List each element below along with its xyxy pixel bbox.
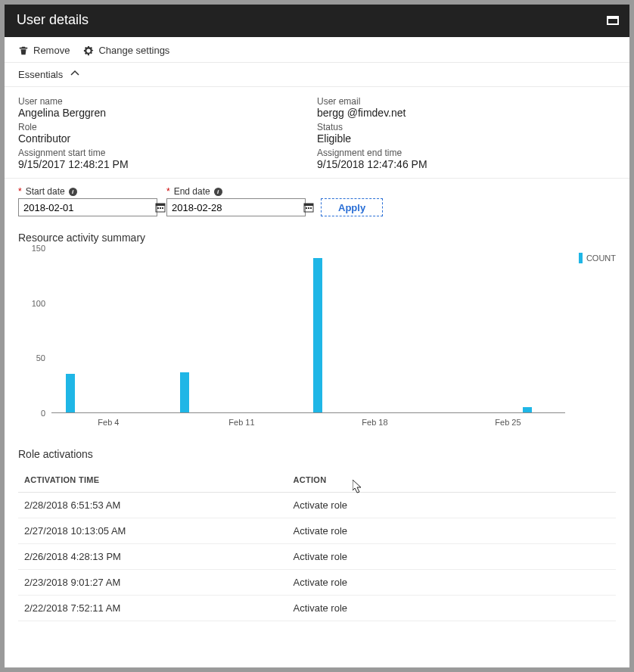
calendar-icon[interactable] bbox=[303, 202, 314, 213]
date-filter-row: * Start date i * End date i bbox=[5, 179, 629, 219]
chart-title: Resource activity summary bbox=[18, 232, 616, 244]
cell-action: Activate role bbox=[287, 493, 617, 518]
gear-icon bbox=[83, 45, 94, 56]
essentials-right: User email bergg @fimdev.net Status Elig… bbox=[317, 93, 616, 170]
svg-rect-6 bbox=[304, 204, 313, 206]
info-icon[interactable]: i bbox=[69, 188, 77, 196]
x-tick-label: Feb 4 bbox=[98, 418, 119, 427]
settings-label: Change settings bbox=[98, 45, 169, 56]
cell-activation-time: 2/23/2018 9:01:27 AM bbox=[18, 570, 287, 596]
page-title: User details bbox=[17, 12, 89, 28]
chevron-up-icon bbox=[70, 69, 79, 80]
username-value: Angelina Berggren bbox=[18, 107, 317, 119]
username-label: User name bbox=[18, 96, 317, 107]
cell-activation-time: 2/22/2018 7:52:11 AM bbox=[18, 596, 287, 621]
cell-activation-time: 2/28/2018 6:51:53 AM bbox=[18, 493, 287, 518]
email-label: User email bbox=[317, 96, 616, 107]
essentials-toggle[interactable]: Essentials bbox=[5, 63, 629, 87]
chart-bar[interactable] bbox=[180, 372, 189, 412]
cell-activation-time: 2/26/2018 4:28:13 PM bbox=[18, 544, 287, 570]
end-time-value: 9/15/2018 12:47:46 PM bbox=[317, 158, 616, 170]
role-value: Contributor bbox=[18, 132, 317, 145]
remove-button[interactable]: Remove bbox=[18, 45, 70, 56]
cell-activation-time: 2/27/2018 10:13:05 AM bbox=[18, 518, 287, 544]
svg-rect-3 bbox=[160, 207, 161, 209]
x-tick-label: Feb 18 bbox=[362, 418, 387, 427]
chart-wrap: 050100150 Feb 4Feb 11Feb 18Feb 25 COUNT bbox=[18, 248, 616, 430]
end-date-input-wrap[interactable] bbox=[166, 198, 306, 216]
user-details-panel: User details Remove Change settings Esse… bbox=[5, 5, 629, 667]
chart-bar[interactable] bbox=[66, 374, 75, 412]
cell-action: Activate role bbox=[287, 596, 617, 621]
table-row[interactable]: 2/23/2018 9:01:27 AMActivate role bbox=[18, 570, 616, 596]
svg-rect-9 bbox=[310, 207, 312, 209]
svg-rect-1 bbox=[156, 204, 165, 206]
activations-title: Role activations bbox=[18, 448, 616, 460]
panel-header: User details bbox=[5, 5, 629, 37]
essentials-left: User name Angelina Berggren Role Contrib… bbox=[18, 93, 317, 170]
start-date-input-wrap[interactable] bbox=[18, 198, 157, 216]
required-asterisk: * bbox=[166, 186, 170, 197]
essentials-heading: Essentials bbox=[18, 69, 63, 80]
chart-area: 050100150 Feb 4Feb 11Feb 18Feb 25 bbox=[18, 248, 565, 430]
col-action[interactable]: ACTION bbox=[287, 468, 617, 493]
end-date-input[interactable] bbox=[167, 201, 303, 215]
trash-icon bbox=[18, 45, 29, 56]
end-date-label: * End date i bbox=[166, 186, 306, 197]
start-date-label: * Start date i bbox=[18, 186, 157, 197]
required-asterisk: * bbox=[18, 186, 22, 197]
remove-label: Remove bbox=[33, 45, 70, 56]
cell-action: Activate role bbox=[287, 570, 617, 596]
info-icon[interactable]: i bbox=[214, 188, 222, 196]
svg-rect-8 bbox=[308, 207, 309, 209]
svg-rect-2 bbox=[157, 207, 159, 209]
status-value: Eligible bbox=[317, 132, 616, 145]
chart-section: Resource activity summary 050100150 Feb … bbox=[5, 219, 629, 430]
maximize-icon[interactable] bbox=[607, 16, 619, 25]
start-time-label: Assignment start time bbox=[18, 148, 317, 158]
legend-swatch bbox=[579, 253, 583, 263]
x-tick-label: Feb 11 bbox=[228, 418, 254, 427]
svg-rect-7 bbox=[306, 207, 307, 209]
email-value: bergg @fimdev.net bbox=[317, 107, 616, 119]
change-settings-button[interactable]: Change settings bbox=[83, 45, 169, 56]
table-row[interactable]: 2/28/2018 6:51:53 AMActivate role bbox=[18, 493, 616, 518]
cell-action: Activate role bbox=[287, 544, 617, 570]
x-tick-label: Feb 25 bbox=[495, 418, 521, 427]
status-label: Status bbox=[317, 122, 616, 132]
end-date-field: * End date i bbox=[166, 186, 306, 216]
table-row[interactable]: 2/27/2018 10:13:05 AMActivate role bbox=[18, 518, 616, 544]
end-time-label: Assignment end time bbox=[317, 148, 616, 158]
apply-button[interactable]: Apply bbox=[321, 198, 383, 216]
chart-legend: COUNT bbox=[579, 253, 616, 263]
y-tick-label: 50 bbox=[36, 353, 45, 362]
cell-action: Activate role bbox=[287, 518, 617, 544]
start-date-field: * Start date i bbox=[18, 186, 157, 216]
start-date-input[interactable] bbox=[19, 201, 155, 215]
table-row[interactable]: 2/22/2018 7:52:11 AMActivate role bbox=[18, 596, 616, 621]
y-tick-label: 100 bbox=[32, 299, 45, 308]
role-activations-section: Role activations ACTIVATION TIME ACTION … bbox=[5, 430, 629, 667]
start-time-value: 9/15/2017 12:48:21 PM bbox=[18, 158, 317, 170]
svg-rect-4 bbox=[162, 207, 163, 209]
essentials-body: User name Angelina Berggren Role Contrib… bbox=[5, 87, 629, 179]
y-tick-label: 150 bbox=[32, 244, 45, 253]
chart-bar[interactable] bbox=[523, 407, 532, 412]
calendar-icon[interactable] bbox=[155, 202, 166, 213]
role-label: Role bbox=[18, 122, 317, 132]
activations-table: ACTIVATION TIME ACTION 2/28/2018 6:51:53… bbox=[18, 468, 616, 621]
toolbar: Remove Change settings bbox=[5, 37, 629, 63]
legend-label: COUNT bbox=[586, 254, 616, 263]
y-tick-label: 0 bbox=[41, 409, 45, 418]
chart-bar[interactable] bbox=[313, 258, 322, 412]
table-row[interactable]: 2/26/2018 4:28:13 PMActivate role bbox=[18, 544, 616, 570]
col-activation-time[interactable]: ACTIVATION TIME bbox=[18, 468, 287, 493]
